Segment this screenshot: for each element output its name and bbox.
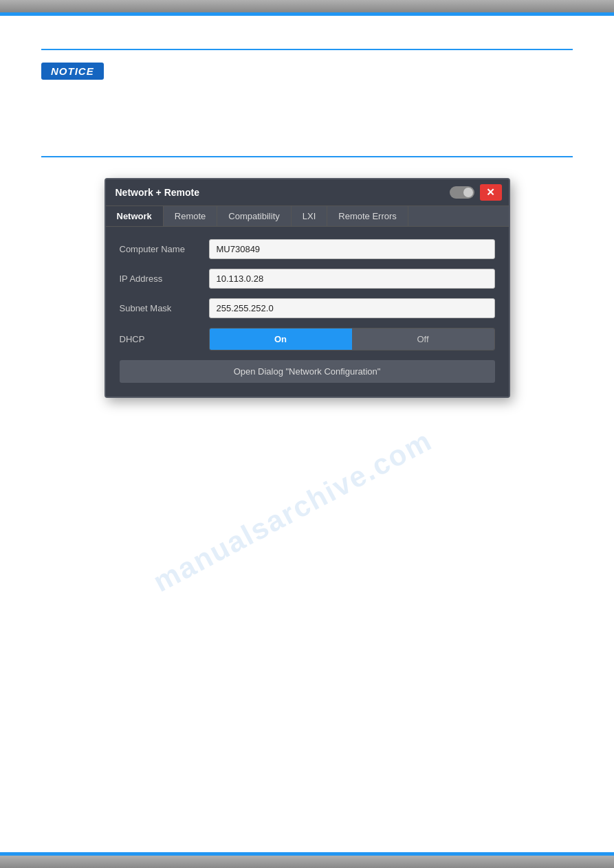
dhcp-label: DHCP bbox=[120, 334, 209, 344]
tab-lxi[interactable]: LXI bbox=[292, 206, 328, 226]
body-text-3 bbox=[41, 129, 573, 144]
dialog-titlebar: Network + Remote ✕ bbox=[106, 179, 509, 206]
computer-name-label: Computer Name bbox=[120, 244, 209, 254]
tab-remote[interactable]: Remote bbox=[164, 206, 218, 226]
body-text-1 bbox=[41, 88, 573, 103]
dhcp-row: DHCP On Off bbox=[120, 328, 495, 350]
top-bar bbox=[0, 0, 614, 12]
dialog-wrapper: Network + Remote ✕ Network Remote Compat… bbox=[41, 178, 573, 398]
computer-name-input[interactable] bbox=[209, 239, 495, 259]
notice-badge: NOTICE bbox=[41, 63, 104, 80]
tab-compatibility[interactable]: Compatibility bbox=[217, 206, 291, 226]
ip-address-row: IP Address bbox=[120, 269, 495, 289]
dhcp-on-button[interactable]: On bbox=[210, 329, 352, 350]
subnet-mask-label: Subnet Mask bbox=[120, 303, 209, 313]
bottom-bars bbox=[0, 852, 614, 868]
bottom-bar bbox=[0, 856, 614, 868]
dialog-tabs: Network Remote Compatibility LXI Remote … bbox=[106, 206, 509, 227]
dhcp-off-button[interactable]: Off bbox=[352, 329, 494, 350]
open-network-config-button[interactable]: Open Dialog "Network Configuration" bbox=[120, 360, 495, 383]
top-hr bbox=[41, 49, 573, 50]
dialog-title: Network + Remote bbox=[116, 187, 200, 198]
titlebar-controls: ✕ bbox=[450, 184, 502, 201]
dialog-body: Computer Name IP Address Subnet Mask DHC… bbox=[106, 227, 509, 397]
dhcp-toggle: On Off bbox=[209, 328, 495, 350]
network-remote-dialog: Network + Remote ✕ Network Remote Compat… bbox=[105, 178, 510, 398]
ip-address-label: IP Address bbox=[120, 274, 209, 284]
dialog-close-button[interactable]: ✕ bbox=[480, 184, 502, 201]
tab-remote-errors[interactable]: Remote Errors bbox=[327, 206, 408, 226]
tab-network[interactable]: Network bbox=[106, 206, 164, 226]
subnet-mask-input[interactable] bbox=[209, 298, 495, 318]
watermark: manualsarchive.com bbox=[148, 424, 437, 599]
body-text-2 bbox=[41, 109, 573, 124]
computer-name-row: Computer Name bbox=[120, 239, 495, 259]
subnet-mask-row: Subnet Mask bbox=[120, 298, 495, 318]
dialog-toggle-switch[interactable] bbox=[450, 186, 474, 199]
ip-address-input[interactable] bbox=[209, 269, 495, 289]
bottom-hr bbox=[41, 156, 573, 157]
